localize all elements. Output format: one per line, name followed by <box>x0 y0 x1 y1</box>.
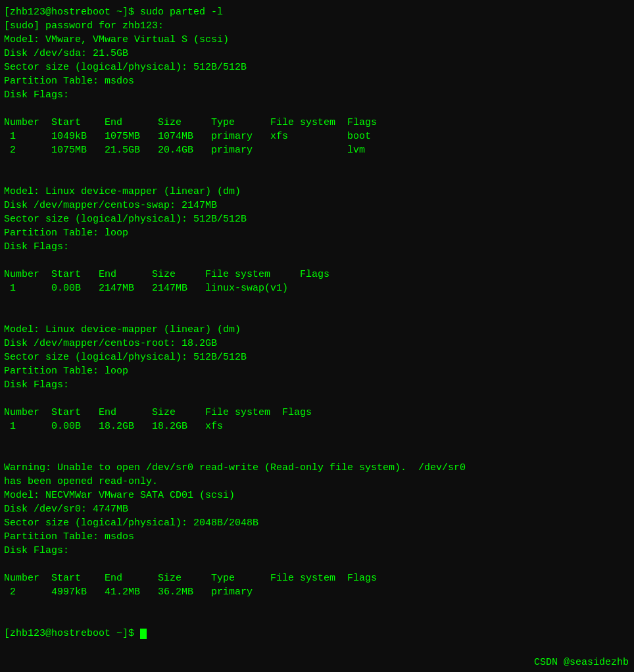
terminal-line-20: 1 0.00B 2147MB 2147MB linux-swap(v1) <box>4 281 630 295</box>
terminal-line-37: Sector size (logical/physical): 2048B/20… <box>4 516 630 530</box>
terminal-line-2: Model: VMware, VMware Virtual S (scsi) <box>4 33 630 47</box>
terminal-line-36: Disk /dev/sr0: 4747MB <box>4 502 630 516</box>
terminal-line-17: Disk Flags: <box>4 240 630 254</box>
terminal-line-16: Partition Table: loop <box>4 226 630 240</box>
terminal-line-42: 2 4997kB 41.2MB 36.2MB primary <box>4 585 630 599</box>
terminal-line-24: Disk /dev/mapper/centos-root: 18.2GB <box>4 337 630 350</box>
terminal: [zhb123@hostreboot ~]$ sudo parted -l[su… <box>0 0 634 672</box>
terminal-cursor <box>140 629 147 639</box>
terminal-line-39: Disk Flags: <box>4 544 630 558</box>
terminal-line-38: Partition Table: msdos <box>4 530 630 544</box>
terminal-line-35: Model: NECVMWar VMware SATA CD01 (scsi) <box>4 489 630 502</box>
terminal-line-4: Sector size (logical/physical): 512B/512… <box>4 60 630 74</box>
terminal-line-23: Model: Linux device-mapper (linear) (dm) <box>4 323 630 337</box>
terminal-line-9: 1 1049kB 1075MB 1074MB primary xfs boot <box>4 130 630 143</box>
terminal-line-34: has been opened read-only. <box>4 475 630 489</box>
terminal-line-45: [zhb123@hostreboot ~]$ <box>4 627 630 640</box>
terminal-line-29: Number Start End Size File system Flags <box>4 406 630 420</box>
terminal-line-8: Number Start End Size Type File system F… <box>4 116 630 130</box>
terminal-line-10: 2 1075MB 21.5GB 20.4GB primary lvm <box>4 143 630 157</box>
terminal-line-5: Partition Table: msdos <box>4 74 630 88</box>
terminal-line-15: Sector size (logical/physical): 512B/512… <box>4 212 630 226</box>
terminal-line-13: Model: Linux device-mapper (linear) (dm) <box>4 185 630 199</box>
terminal-line-33: Warning: Unable to open /dev/sr0 read-wr… <box>4 461 630 475</box>
terminal-line-6: Disk Flags: <box>4 88 630 102</box>
terminal-line-14: Disk /dev/mapper/centos-swap: 2147MB <box>4 199 630 212</box>
terminal-line-26: Partition Table: loop <box>4 364 630 378</box>
terminal-line-27: Disk Flags: <box>4 378 630 392</box>
terminal-line-41: Number Start End Size Type File system F… <box>4 571 630 585</box>
terminal-line-0: [zhb123@hostreboot ~]$ sudo parted -l <box>4 5 630 19</box>
terminal-line-19: Number Start End Size File system Flags <box>4 268 630 281</box>
terminal-line-1: [sudo] password for zhb123: <box>4 19 630 33</box>
terminal-line-25: Sector size (logical/physical): 512B/512… <box>4 350 630 364</box>
bottom-bar: CSDN @seasidezhb <box>529 653 634 672</box>
terminal-line-30: 1 0.00B 18.2GB 18.2GB xfs <box>4 420 630 433</box>
bottom-label: CSDN @seasidezhb <box>534 657 629 668</box>
terminal-line-3: Disk /dev/sda: 21.5GB <box>4 47 630 60</box>
